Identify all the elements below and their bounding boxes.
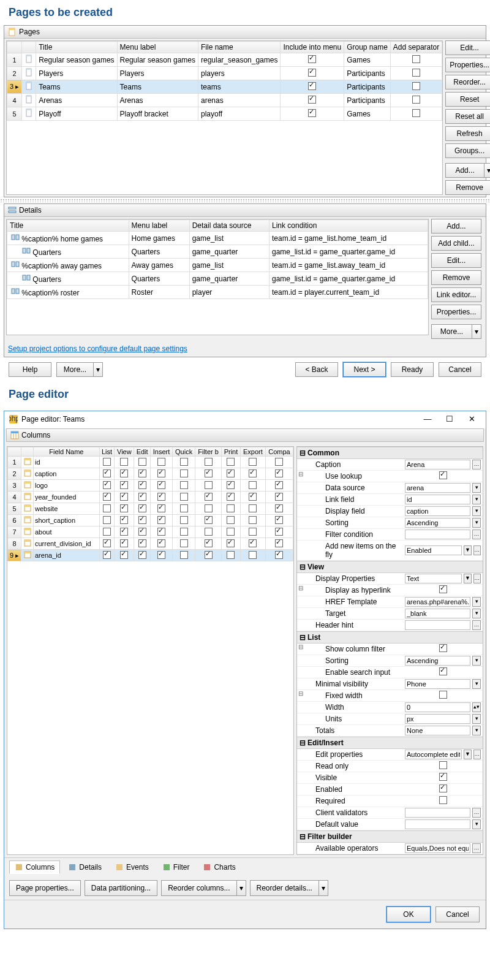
prop-section[interactable]: ⊟Edit/Insert [297, 737, 483, 749]
checkbox[interactable] [275, 458, 283, 466]
checkbox[interactable] [205, 528, 213, 536]
col-header[interactable] [8, 447, 21, 457]
checkbox[interactable] [157, 504, 165, 512]
checkbox[interactable] [439, 471, 447, 479]
checkbox[interactable] [157, 458, 165, 466]
dropdown-icon[interactable]: ▾ [472, 714, 481, 724]
prop-value[interactable]: ▾ [403, 506, 483, 517]
prop-input[interactable] [405, 574, 462, 583]
tab-events[interactable]: Events [110, 860, 154, 874]
table-row[interactable]: 5website [8, 503, 293, 515]
table-row[interactable]: %caption% home games Home gamesgame_list… [7, 232, 428, 245]
checkbox[interactable] [439, 761, 447, 769]
details-table[interactable]: TitleMenu labelDetail data sourceLink co… [6, 219, 429, 335]
reorder-columns-split[interactable]: Reorder columns...▾ [161, 880, 246, 896]
edit-button[interactable]: Edit... [431, 253, 481, 268]
table-row[interactable]: %caption% away games Away gamesgame_list… [7, 259, 428, 272]
checkbox[interactable] [227, 493, 235, 501]
checkbox[interactable] [412, 109, 420, 117]
prop-input[interactable] [405, 726, 470, 735]
reorder-details-split[interactable]: Reorder details...▾ [250, 880, 328, 896]
prop-value[interactable]: ▾ [403, 713, 483, 724]
prop-input[interactable] [405, 714, 470, 724]
prop-input[interactable] [405, 750, 462, 759]
checkbox[interactable] [249, 539, 257, 547]
checkbox[interactable] [103, 516, 111, 524]
properties-button[interactable]: Properties... [431, 305, 481, 319]
prop-value[interactable] [403, 796, 483, 807]
maximize-button[interactable]: ☐ [440, 414, 459, 424]
table-row[interactable]: 2caption [8, 468, 293, 480]
checkbox[interactable] [249, 516, 257, 524]
checkbox[interactable] [227, 551, 235, 559]
ready-button[interactable]: Ready [391, 362, 434, 377]
prop-input[interactable] [405, 483, 470, 493]
checkbox[interactable] [180, 481, 188, 489]
checkbox[interactable] [308, 69, 316, 77]
table-row[interactable]: 6short_caption [8, 515, 293, 526]
checkbox[interactable] [157, 481, 165, 489]
reorder-button[interactable]: Reorder... [445, 75, 490, 89]
checkbox[interactable] [120, 539, 128, 547]
back-button[interactable]: < Back [295, 362, 338, 377]
prop-input[interactable] [405, 656, 470, 666]
table-row[interactable]: Quarters Quartersgame_quartergame_list.i… [7, 272, 428, 286]
checkbox[interactable] [275, 516, 283, 524]
dropdown-icon[interactable]: ▾ [472, 656, 481, 666]
checkbox[interactable] [227, 469, 235, 477]
checkbox[interactable] [138, 469, 146, 477]
col-header[interactable]: View [115, 447, 134, 457]
properties-button[interactable]: Properties... [445, 58, 490, 72]
checkbox[interactable] [138, 504, 146, 512]
table-row[interactable]: 5 PlayoffPlayoff bracketplayoff Games [7, 107, 442, 121]
prop-value[interactable]: ▾ [403, 678, 483, 689]
checkbox[interactable] [138, 481, 146, 489]
table-row[interactable]: 9 ▸arena_id [8, 550, 293, 561]
remove-button[interactable]: Remove [445, 180, 490, 195]
ellipsis-button[interactable]: … [473, 545, 481, 555]
property-grid[interactable]: ⊟Common Caption … ⊟ Use lookup Data sour… [296, 446, 483, 855]
col-header[interactable]: Title [36, 42, 117, 53]
checkbox[interactable] [103, 528, 111, 536]
checkbox[interactable] [138, 516, 146, 524]
checkbox[interactable] [103, 551, 111, 559]
wizard-more-button[interactable]: More... [56, 362, 93, 377]
ellipsis-button[interactable]: … [472, 460, 481, 469]
checkbox[interactable] [205, 516, 213, 524]
prop-value[interactable] [403, 761, 483, 772]
checkbox[interactable] [205, 481, 213, 489]
dropdown-icon[interactable]: ▾ [472, 483, 481, 493]
dropdown-icon[interactable]: ▾ [472, 597, 481, 607]
checkbox[interactable] [227, 516, 235, 524]
ellipsis-button[interactable]: … [473, 750, 481, 759]
col-header[interactable] [7, 42, 22, 53]
checkbox[interactable] [205, 504, 213, 512]
prop-value[interactable]: ▼… [403, 749, 483, 760]
checkbox[interactable] [120, 516, 128, 524]
checkbox[interactable] [249, 504, 257, 512]
checkbox[interactable] [138, 493, 146, 501]
add-button[interactable]: Add... [431, 219, 481, 234]
checkbox[interactable] [308, 82, 316, 90]
checkbox[interactable] [180, 516, 188, 524]
prop-input[interactable] [405, 495, 470, 504]
prop-value[interactable]: … [403, 620, 483, 631]
setup-link[interactable]: Setup project options to configure defau… [4, 341, 191, 357]
checkbox[interactable] [120, 493, 128, 501]
checkbox[interactable] [180, 493, 188, 501]
table-row[interactable]: 1id [8, 457, 293, 468]
checkbox[interactable] [138, 539, 146, 547]
tab-details[interactable]: Details [62, 860, 107, 874]
checkbox[interactable] [412, 69, 420, 77]
add-split-button[interactable]: Add... ▾ [445, 163, 490, 178]
checkbox[interactable] [138, 528, 146, 536]
checkbox[interactable] [120, 458, 128, 466]
ok-button[interactable]: OK [386, 906, 431, 922]
columns-table[interactable]: Field NameListViewEditInsertQuickFilter … [7, 446, 294, 855]
dropdown-icon[interactable]: ▾ [472, 518, 481, 528]
col-header[interactable]: Add separator [390, 42, 442, 53]
checkbox[interactable] [275, 539, 283, 547]
prop-value[interactable] [403, 644, 483, 655]
checkbox[interactable] [180, 539, 188, 547]
prop-input[interactable] [405, 530, 470, 539]
